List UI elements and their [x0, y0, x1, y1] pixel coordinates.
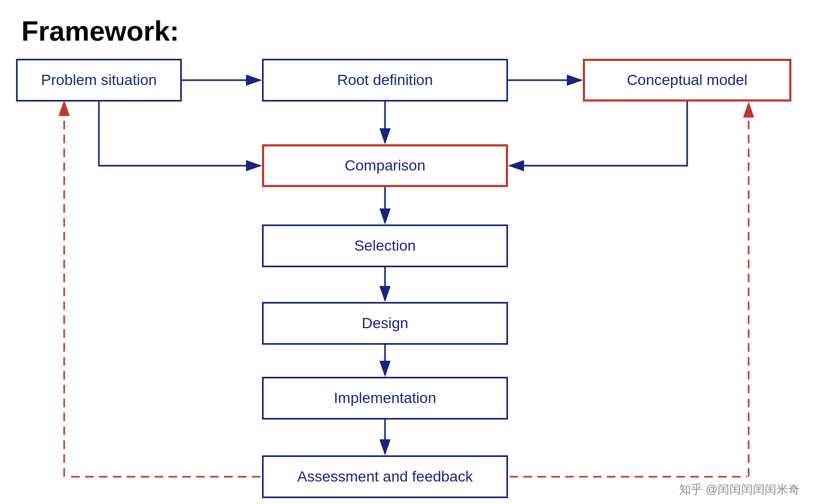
- page-title: Framework:: [21, 15, 179, 47]
- box-conceptual-model: Conceptual model: [583, 59, 791, 102]
- box-implementation: Implementation: [262, 377, 508, 420]
- page-container: Framework: Problem situation Root defini…: [0, 0, 816, 504]
- box-assessment: Assessment and feedback: [262, 455, 508, 498]
- box-comparison: Comparison: [262, 144, 508, 187]
- box-design: Design: [262, 302, 508, 345]
- box-problem-situation: Problem situation: [16, 59, 182, 102]
- box-selection: Selection: [262, 224, 508, 267]
- box-root-definition: Root definition: [262, 59, 508, 102]
- watermark: 知乎 @闰闰闰闰闰米奇: [679, 482, 800, 498]
